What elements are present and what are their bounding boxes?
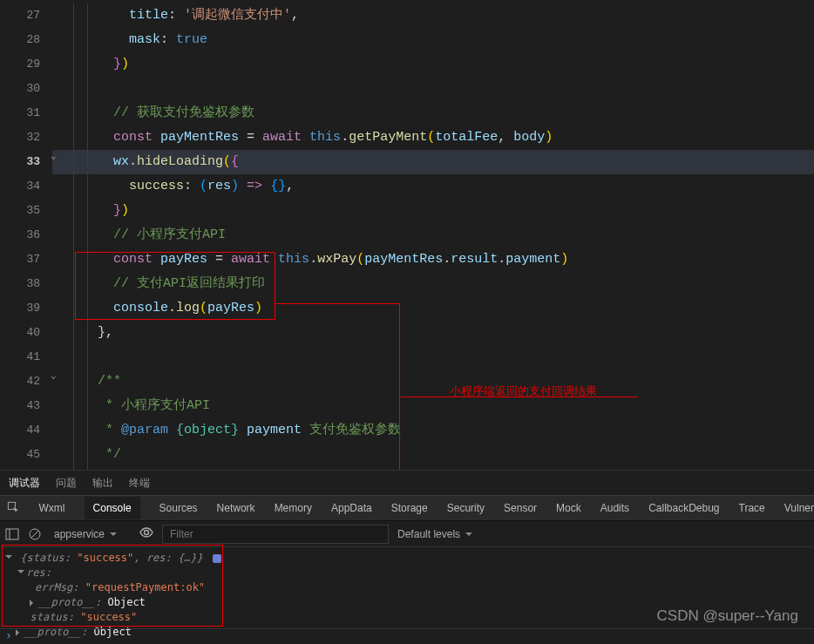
line-number: 33 <box>0 150 51 174</box>
fold-column: ⌄⌄ <box>51 0 66 470</box>
code-line[interactable] <box>66 345 814 369</box>
live-expression-icon[interactable] <box>139 525 153 542</box>
devtools-tab-storage[interactable]: Storage <box>391 502 428 514</box>
console-child-proto[interactable]: __proto__: Object <box>5 595 809 610</box>
code-area[interactable]: title: '调起微信支付中', mask: true }) // 获取支付免… <box>66 0 814 491</box>
log-levels-select[interactable]: Default levels <box>397 528 472 540</box>
devtools-tab-appdata[interactable]: AppData <box>331 502 372 514</box>
devtools-tab-security[interactable]: Security <box>447 502 485 514</box>
svg-rect-1 <box>6 529 18 539</box>
code-line[interactable]: */ <box>66 443 814 467</box>
code-line[interactable]: /** <box>66 369 814 394</box>
devtools-tab-vulner[interactable]: Vulner <box>784 502 814 514</box>
clear-console-icon[interactable] <box>28 527 42 541</box>
line-number: 29 <box>0 52 51 77</box>
inspect-icon[interactable] <box>7 501 20 515</box>
devtools-tab-audits[interactable]: Audits <box>600 502 629 514</box>
code-line[interactable]: }) <box>66 52 814 77</box>
panel-tab[interactable]: 问题 <box>56 476 77 491</box>
line-number: 40 <box>0 321 51 345</box>
context-selector[interactable]: appservice <box>51 526 131 542</box>
code-line[interactable]: console.log(payRes) <box>66 296 814 321</box>
code-editor[interactable]: 2728293031323334353637383940414243444546… <box>0 0 814 470</box>
devtools-tabs: WxmlConsoleSourcesNetworkMemoryAppDataSt… <box>0 495 814 521</box>
line-number: 45 <box>0 443 51 467</box>
line-number: 39 <box>0 296 51 321</box>
code-line[interactable]: const payRes = await this.wxPay(payMentR… <box>66 247 814 272</box>
code-line[interactable]: // 获取支付免鉴权参数 <box>66 101 814 125</box>
panel-tab[interactable]: 调试器 <box>9 476 40 491</box>
code-line[interactable]: // 支付API返回结果打印 <box>66 272 814 296</box>
line-number: 34 <box>0 174 51 199</box>
code-line[interactable]: const payMentRes = await this.getPayMent… <box>66 125 814 150</box>
panel-tabs: 调试器问题输出终端 <box>0 471 814 495</box>
sidebar-toggle-icon[interactable] <box>5 527 19 541</box>
code-line[interactable]: mask: true <box>66 28 814 52</box>
devtools-tab-console[interactable]: Console <box>85 497 140 519</box>
devtools-tab-network[interactable]: Network <box>217 502 255 514</box>
fold-icon[interactable]: ⌄ <box>51 150 57 161</box>
line-number: 41 <box>0 345 51 369</box>
panel-tab[interactable]: 终端 <box>129 476 150 491</box>
code-line[interactable] <box>66 77 814 101</box>
code-line[interactable]: }) <box>66 199 814 223</box>
code-line[interactable]: wx.hideLoading({ <box>66 150 814 174</box>
line-number: 28 <box>0 28 51 52</box>
line-number: 36 <box>0 223 51 247</box>
line-number: 43 <box>0 394 51 418</box>
devtools-tab-memory[interactable]: Memory <box>275 502 312 514</box>
svg-line-4 <box>31 531 38 538</box>
object-marker-icon <box>213 554 221 563</box>
line-number-gutter: 2728293031323334353637383940414243444546 <box>0 0 51 470</box>
svg-point-5 <box>145 531 149 535</box>
line-number: 30 <box>0 77 51 101</box>
expand-icon[interactable] <box>5 555 12 562</box>
console-prompt[interactable]: › <box>0 628 814 644</box>
expand-icon[interactable] <box>17 570 24 577</box>
line-number: 38 <box>0 272 51 296</box>
console-toolbar: appservice Default levels <box>0 521 814 547</box>
devtools-tab-sources[interactable]: Sources <box>159 502 198 514</box>
line-number: 27 <box>0 3 51 28</box>
line-number: 44 <box>0 418 51 443</box>
code-line[interactable]: * 小程序支付API <box>66 394 814 418</box>
console-log-row[interactable]: {status: "success", res: {…}} <box>5 551 809 566</box>
code-line[interactable]: // 小程序支付API <box>66 223 814 247</box>
devtools-tab-mock[interactable]: Mock <box>556 502 581 514</box>
code-line[interactable]: }, <box>66 321 814 345</box>
code-line[interactable]: title: '调起微信支付中', <box>66 3 814 28</box>
line-number: 31 <box>0 101 51 125</box>
code-line[interactable]: * @param {object} payment 支付免鉴权参数 <box>66 418 814 443</box>
devtools-tab-trace[interactable]: Trace <box>739 502 765 514</box>
expand-icon[interactable] <box>30 600 37 607</box>
console-child-errmsg: errMsg: "requestPayment:ok" <box>5 580 809 595</box>
line-number: 37 <box>0 247 51 272</box>
panel-tab[interactable]: 输出 <box>92 476 113 491</box>
console-child-status: status: "success" <box>5 610 809 625</box>
bottom-panel: 调试器问题输出终端 WxmlConsoleSourcesNetworkMemor… <box>0 470 814 644</box>
line-number: 42 <box>0 369 51 394</box>
devtools-tab-callbackdebug[interactable]: CallbackDebug <box>648 502 719 514</box>
line-number: 35 <box>0 199 51 223</box>
code-line[interactable]: success: (res) => {}, <box>66 174 814 199</box>
line-number: 32 <box>0 125 51 150</box>
console-filter-input[interactable] <box>162 525 389 544</box>
fold-icon[interactable]: ⌄ <box>51 369 57 381</box>
console-child-res[interactable]: res: <box>5 566 809 580</box>
devtools-tab-wxml[interactable]: Wxml <box>39 502 65 514</box>
devtools-tab-sensor[interactable]: Sensor <box>504 502 537 514</box>
